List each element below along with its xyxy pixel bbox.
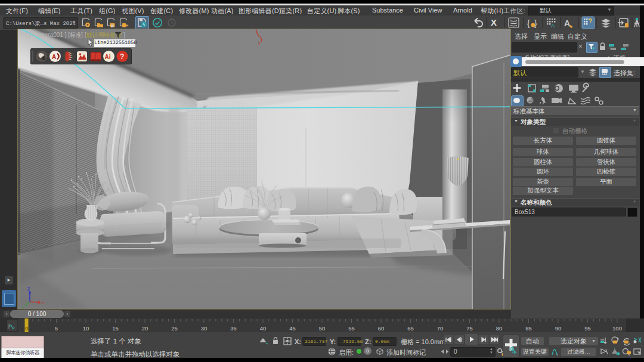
svg-text:70: 70 bbox=[437, 325, 444, 332]
svg-text:45: 45 bbox=[289, 325, 296, 332]
svg-text:y: y bbox=[258, 40, 261, 45]
svg-text:y: y bbox=[21, 305, 24, 310]
svg-text:5: 5 bbox=[55, 325, 58, 332]
svg-text:40: 40 bbox=[260, 325, 267, 332]
svg-text:10: 10 bbox=[83, 325, 89, 332]
svg-text:A: A bbox=[564, 18, 570, 28]
svg-text:A: A bbox=[52, 54, 56, 60]
svg-text:x: x bbox=[42, 301, 45, 305]
svg-text:?: ? bbox=[589, 18, 592, 24]
svg-text:X: X bbox=[491, 17, 497, 27]
svg-text:15: 15 bbox=[112, 325, 119, 332]
svg-text:Z: Z bbox=[27, 287, 30, 291]
svg-text:60: 60 bbox=[378, 325, 385, 332]
svg-text:25: 25 bbox=[171, 325, 178, 332]
svg-text:50: 50 bbox=[319, 325, 326, 332]
svg-text:Ai: Ai bbox=[105, 54, 111, 60]
svg-text:{: { bbox=[527, 18, 530, 28]
svg-text:75: 75 bbox=[466, 325, 473, 332]
svg-text:85: 85 bbox=[525, 325, 532, 332]
svg-text:35: 35 bbox=[230, 325, 237, 332]
svg-text:?: ? bbox=[120, 52, 124, 61]
svg-text:95: 95 bbox=[584, 325, 591, 332]
svg-text:80: 80 bbox=[496, 325, 503, 332]
svg-text:30: 30 bbox=[201, 325, 208, 332]
svg-text:90: 90 bbox=[555, 325, 562, 332]
svg-text:55: 55 bbox=[348, 325, 355, 332]
svg-text:0: 0 bbox=[25, 326, 28, 332]
svg-text:100: 100 bbox=[612, 325, 622, 332]
svg-text:65: 65 bbox=[407, 325, 414, 332]
svg-text:}: } bbox=[534, 18, 537, 28]
svg-text:A: A bbox=[551, 23, 555, 29]
svg-text:20: 20 bbox=[142, 325, 148, 332]
